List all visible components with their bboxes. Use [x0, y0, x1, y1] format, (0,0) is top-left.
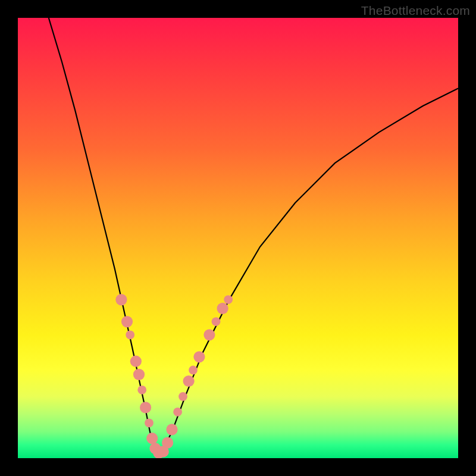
curve-marker [193, 351, 205, 362]
curve-marker [183, 375, 195, 387]
curve-marker [173, 408, 182, 416]
curve-marker [115, 294, 127, 305]
curve-marker [121, 316, 133, 327]
curve-marker [146, 433, 158, 444]
curve-marker [189, 366, 198, 375]
curve-marker [145, 418, 154, 427]
watermark-text: TheBottleneck.com [361, 4, 470, 18]
bottleneck-curve-path [49, 18, 458, 454]
curve-marker [133, 369, 145, 380]
chart-frame: TheBottleneck.com [0, 0, 476, 476]
plot-area [18, 18, 458, 458]
curve-marker [126, 330, 134, 339]
curve-marker [162, 437, 173, 449]
curve-marker [140, 402, 151, 413]
curve-marker [130, 356, 142, 367]
bottleneck-curve-svg [18, 18, 458, 458]
curve-marker [217, 303, 228, 314]
curve-marker [203, 329, 215, 340]
curve-marker [166, 424, 177, 435]
curve-marker [212, 317, 221, 326]
curve-marker [224, 295, 233, 304]
curve-marker [178, 392, 187, 401]
curve-marker [137, 386, 146, 394]
curve-markers [115, 294, 233, 458]
